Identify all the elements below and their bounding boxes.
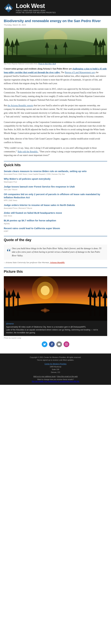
quick-hit-headline-4[interactable]: Oil companies bid on only 2 percent of p… bbox=[4, 193, 107, 199]
article-paragraph-1: Conservation groups and residents along … bbox=[4, 67, 107, 85]
main-content: Biodiversity and renewable energy on the… bbox=[0, 19, 111, 354]
svg-point-26 bbox=[26, 54, 85, 58]
quick-hit-item-1: Senate clears measure to reverse Biden r… bbox=[4, 170, 107, 175]
article-link-republic[interactable]: the Arizona Republic reports bbox=[8, 104, 33, 107]
svg-rect-53 bbox=[65, 343, 68, 346]
quick-hits-divider bbox=[4, 161, 107, 162]
article-paragraph-3: But the Arizona Republic reports that la… bbox=[4, 104, 107, 118]
quote-title: Quote of the day bbox=[4, 238, 107, 242]
picture-section: Picture this bbox=[4, 270, 107, 339]
picture-caption-text: Approximately 90 miles south of Oklahoma… bbox=[6, 326, 105, 334]
source-eenews-3[interactable]: E&E News bbox=[4, 215, 12, 217]
quick-hit-headline-8[interactable]: Recent rains could lead to California su… bbox=[4, 227, 107, 230]
site-subtitle: PUBLIC LANDS AND ENERGY NEWS FROM THE CE… bbox=[16, 10, 56, 14]
source-kcs[interactable]: Kansas City Star bbox=[52, 173, 65, 175]
quick-hit-source-2: Washington Post bbox=[4, 181, 107, 183]
article-paragraph-4: Conservation groups are calling on the C… bbox=[4, 120, 107, 135]
quick-hit-source-3: Salt Lake Tribune bbox=[4, 188, 107, 190]
svg-rect-17 bbox=[103, 45, 104, 56]
hero-image-caption: San Pedro Riparian National Conservation… bbox=[4, 63, 107, 65]
footer-links: Add us to your address book | View this … bbox=[4, 375, 107, 378]
quick-hit-headline-5[interactable]: Judge orders Interior to resume oil leas… bbox=[4, 204, 107, 207]
article-paragraph-2: Nevertheless, the BLM settled on the cur… bbox=[4, 87, 107, 102]
unsubscribe-link[interactable]: You can update your preferences or unsub… bbox=[32, 380, 79, 382]
picture-title: Picture this bbox=[4, 270, 107, 274]
quote-mark: “ bbox=[7, 248, 11, 256]
view-online-link[interactable]: View this email on the web bbox=[57, 376, 78, 377]
hero-caption-link[interactable]: Photo by Bob Wick, BLM bbox=[38, 63, 56, 65]
quick-hit-item-6: Zinke still fixated on failed BLM headqu… bbox=[4, 211, 107, 217]
quote-block: “ Once you build these things in the San… bbox=[4, 244, 107, 260]
svg-rect-33 bbox=[4, 295, 5, 316]
quick-hit-source-5: Associated Press | Bismarck Tribune bbox=[4, 207, 107, 209]
picture-image bbox=[4, 276, 107, 321]
add-to-address-book-link[interactable]: Add us to your address book bbox=[33, 376, 55, 377]
svg-rect-52 bbox=[44, 308, 46, 313]
quick-hit-headline-2[interactable]: Why Biden's oil policies upset everybody bbox=[4, 177, 107, 180]
quick-hit-source-8: KSBT bbox=[4, 230, 107, 232]
quote-source-link[interactable]: Arizona Republic bbox=[50, 261, 65, 264]
quick-hit-source-1: Associated Press | E&E News | Iowa Capit… bbox=[4, 173, 107, 175]
quick-hit-item-4: Oil companies bid on only 2 percent of p… bbox=[4, 193, 107, 201]
article-link-blm[interactable]: Bureau of Land Management says bbox=[65, 71, 95, 74]
source-slt[interactable]: Salt Lake Tribune bbox=[4, 188, 17, 190]
svg-rect-46 bbox=[99, 296, 101, 316]
source-npr[interactable]: NPR bbox=[4, 200, 7, 201]
source-eenews-2[interactable]: E&E News bbox=[9, 200, 17, 201]
site-footer: Copyright © 2021 Center for Western Prio… bbox=[0, 354, 111, 385]
svg-rect-38 bbox=[13, 296, 14, 316]
source-eenews-1[interactable]: E&E News bbox=[19, 173, 27, 175]
quote-divider bbox=[4, 236, 107, 236]
source-ap-2[interactable]: Associated Press bbox=[4, 207, 17, 209]
quick-hit-item-8: Recent rains could lead to California su… bbox=[4, 227, 107, 232]
source-bismarck[interactable]: Bismarck Tribune bbox=[19, 207, 32, 209]
footer-address: Center for Western Priorities 1899 Wynko… bbox=[4, 362, 107, 374]
svg-point-50 bbox=[11, 303, 100, 313]
article-link-bahr[interactable]: Bahr told the Republic. bbox=[18, 150, 38, 153]
article-paragraph-6: "Why couldn't we say, 'okay, site it alo… bbox=[4, 146, 107, 157]
source-cnn[interactable]: CNN bbox=[47, 173, 51, 175]
source-icd[interactable]: Iowa Capital Dispatch bbox=[28, 173, 45, 175]
quote-text: Once you build these things in the San P… bbox=[12, 247, 104, 258]
source-ksbt[interactable]: KSBT bbox=[4, 230, 8, 232]
svg-rect-36 bbox=[8, 297, 10, 316]
source-ap-1[interactable]: Associated Press bbox=[4, 173, 17, 175]
social-icons-row bbox=[4, 342, 107, 347]
article-date: Thursday, March 30, 2023 bbox=[4, 24, 107, 26]
facebook-icon[interactable] bbox=[49, 342, 55, 347]
article-paragraph-5: Sandy Bahr, director of the Sierra Club … bbox=[4, 137, 107, 144]
hero-image bbox=[4, 28, 107, 63]
article-title: Biodiversity and renewable energy on the… bbox=[4, 19, 107, 23]
quick-hit-item-5: Judge orders Interior to resume oil leas… bbox=[4, 204, 107, 209]
quick-hit-headline-1[interactable]: Senate clears measure to reverse Biden r… bbox=[4, 170, 107, 173]
article-headline: Biodiversity and renewable energy on the… bbox=[4, 19, 107, 23]
quick-hit-item-3: Judge tosses lawsuit over Forest Service… bbox=[4, 185, 107, 191]
quick-hit-source-6: E&E News bbox=[4, 215, 107, 217]
quick-hit-source-4: NPR | E&E News bbox=[4, 200, 107, 201]
quick-hit-item-7: BLM ponies up $4.7 million for horse ado… bbox=[4, 219, 107, 224]
picture-handle[interactable]: @Interior bbox=[6, 323, 105, 325]
picture-divider bbox=[4, 268, 107, 268]
footer-org-link[interactable]: Center for Western Priorities bbox=[45, 363, 67, 365]
quick-hit-headline-3[interactable]: Judge tosses lawsuit over Forest Service… bbox=[4, 185, 107, 188]
svg-rect-48 bbox=[104, 298, 106, 316]
source-agdaily[interactable]: AgDaily bbox=[4, 222, 10, 224]
svg-rect-13 bbox=[95, 44, 97, 56]
site-title: Look West bbox=[16, 3, 56, 9]
header-text: Look West PUBLIC LANDS AND ENERGY NEWS F… bbox=[16, 3, 56, 14]
instagram-icon[interactable] bbox=[64, 342, 69, 347]
quick-hit-headline-7[interactable]: BLM ponies up $4.7 million for horse ado… bbox=[4, 219, 107, 222]
twitter-icon[interactable] bbox=[42, 342, 47, 347]
quick-hit-headline-6[interactable]: Zinke still fixated on failed BLM headqu… bbox=[4, 211, 107, 214]
hero-image-container: San Pedro Riparian National Conservation… bbox=[4, 28, 107, 65]
logo-icon bbox=[4, 3, 13, 13]
source-wp[interactable]: Washington Post bbox=[4, 181, 17, 183]
site-header: Look West PUBLIC LANDS AND ENERGY NEWS F… bbox=[0, 0, 111, 16]
svg-point-30 bbox=[32, 276, 59, 305]
picture-caption-area: @Interior Approximately 90 miles south o… bbox=[4, 321, 107, 336]
article-body: Conservation groups and residents along … bbox=[4, 67, 107, 157]
quick-hit-source-7: AgDaily bbox=[4, 222, 107, 224]
email-icon[interactable] bbox=[56, 342, 62, 347]
footer-copyright: Copyright © 2021 Center for Western Prio… bbox=[4, 356, 107, 361]
picture-photo-credit: Photo by Lauren Long bbox=[4, 337, 107, 339]
